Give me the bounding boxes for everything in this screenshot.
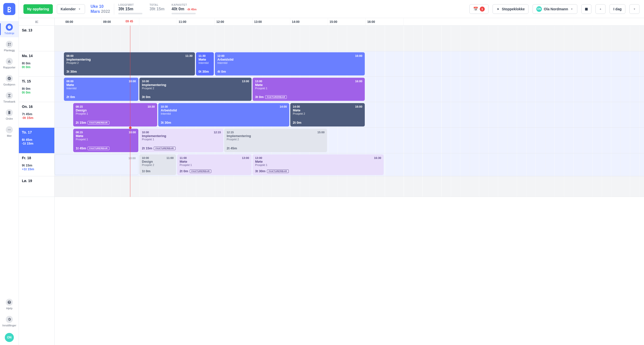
event-duration: 3t 30m — [66, 70, 77, 73]
day-header[interactable]: Fr. 189t 15m+1t 15m — [19, 153, 54, 176]
plan-icon — [6, 41, 13, 48]
nav-help[interactable]: Hjelp — [0, 296, 19, 312]
new-entry-button[interactable]: Ny oppføring — [23, 4, 53, 14]
nav-orders[interactable]: Ordre — [0, 107, 19, 123]
event-duration: 2t 0m FAKTURERBAR — [180, 169, 211, 173]
event-start: 08:00 — [66, 54, 192, 57]
event-subtitle: Prosjekt 1 — [255, 87, 362, 90]
day-delta: -0t 15m — [22, 116, 51, 120]
view-selector[interactable]: Kalender — [57, 4, 85, 14]
day-name: Sø. 13 — [22, 28, 51, 32]
nav-approve[interactable]: Godkjenn — [0, 72, 19, 89]
event-subtitle: Interntid — [161, 112, 287, 115]
event-start: 13:00 — [255, 80, 362, 83]
event-start: 12:15 — [227, 131, 325, 134]
event-start: 08:15 — [76, 105, 155, 108]
event-title: Arbeidstid — [217, 58, 362, 61]
event-duration: 2t 15m FAKTURERBAR — [142, 146, 176, 150]
nav-timebank[interactable]: Timebank — [0, 90, 19, 106]
row-header-corner[interactable] — [19, 18, 54, 26]
event-subtitle: Prosjekt 1 — [180, 163, 249, 166]
timebank-icon — [6, 92, 13, 99]
nav-timeline[interactable]: Tidslinje — [0, 21, 19, 37]
event-title: Møte — [198, 58, 211, 61]
timeline-row[interactable]: 10:0011:0010:00DesignProsjekt 21t 0m 13:… — [55, 153, 644, 176]
hour-label: 14:00 — [290, 18, 328, 25]
day-header[interactable]: To. 176t 45m-1t 15m — [19, 128, 54, 153]
event-duration: 3t 0m FAKTURERBAR — [255, 95, 287, 99]
event-end: 11:00 — [167, 156, 174, 159]
event-start: 14:00 — [293, 105, 362, 108]
timeline-event[interactable]: 11:3008:00ImplementeringProsjekt 23t 30m — [64, 52, 195, 75]
event-start: 11:00 — [180, 156, 249, 159]
event-subtitle: Prosjekt 2 — [293, 112, 362, 115]
day-header[interactable]: Sø. 13 — [19, 26, 54, 51]
day-header[interactable]: Ti. 158t 0m0t 0m — [19, 77, 54, 102]
day-header[interactable]: Ma. 148t 0m0t 0m — [19, 51, 54, 77]
svg-point-2 — [10, 130, 11, 130]
timeline-event[interactable]: 16:3013:00MøteProsjekt 13t 30m FAKTURERB… — [253, 154, 384, 175]
capacity-label: KAPASITET — [172, 4, 196, 6]
nav-label: Ordre — [6, 117, 13, 120]
timeline-event[interactable]: 10:0008:00MøteInterntid2t 0m — [64, 78, 138, 101]
timeline-event[interactable]: 11:0010:00DesignProsjekt 21t 0m — [139, 154, 176, 175]
event-end: 11:30 — [185, 54, 192, 57]
nav-label: Godkjenn — [3, 83, 15, 86]
timeline-row[interactable]: 10:0008:00MøteInterntid2t 0m 13:0010:00I… — [55, 77, 644, 102]
event-title: Møte — [180, 160, 249, 163]
event-title: Implementering — [227, 134, 325, 138]
timeline-event[interactable]: 16:0013:00MøteProsjekt 13t 0m FAKTURERBA… — [253, 78, 365, 101]
timeline-event[interactable]: 15:0012:15ImplementeringProsjekt 22t 45m — [224, 129, 327, 152]
day-sum: 8t 0m — [22, 61, 51, 65]
timeline-row[interactable]: 10:3008:15DesignProsjekt 12t 15m FAKTURE… — [55, 102, 644, 128]
app-logo[interactable] — [3, 3, 15, 15]
event-end: 16:00 — [355, 105, 362, 108]
logged-progress — [118, 13, 142, 14]
timeline-event[interactable]: 16:0014:00MøteProsjekt 22t 0m — [290, 103, 365, 126]
nav-label: Hjelp — [6, 307, 12, 310]
capacity-delta: -0t 45m — [187, 8, 197, 11]
timeline-event[interactable]: 13:0010:00ImplementeringProsjekt 23t 0m — [139, 78, 252, 101]
event-duration: 2t 15m FAKTURERBAR — [76, 121, 109, 124]
date-picker-button[interactable] — [581, 4, 591, 14]
next-button[interactable] — [629, 4, 639, 14]
timeline-row[interactable] — [55, 26, 644, 51]
nav-plan[interactable]: Planlegg — [0, 38, 19, 54]
timeline-event[interactable]: 10:3008:15DesignProsjekt 12t 15m FAKTURE… — [73, 103, 157, 126]
event-subtitle: Interntid — [198, 61, 211, 64]
timeline-event[interactable]: 11:30MøteInterntid0t 30m — [196, 52, 214, 75]
more-icon — [6, 126, 13, 133]
menu-icon — [35, 20, 39, 24]
calendar-sync-button[interactable]: 📅 1 — [469, 4, 489, 14]
stopwatch-button[interactable]: Stoppeklokke — [493, 4, 529, 14]
day-header[interactable]: On. 167t 45m-0t 15m — [19, 102, 54, 128]
timeline-grid[interactable]: 08:0009:0011:0012:0013:0014:0015:0016:00… — [55, 18, 644, 345]
user-avatar[interactable]: ON — [5, 333, 14, 342]
user-selector[interactable]: ON Ola Nordmann — [533, 4, 577, 14]
timeline-event[interactable]: 13:0011:00MøteProsjekt 12t 0m FAKTURERBA… — [177, 154, 252, 175]
day-sum: 6t 45m — [22, 138, 51, 142]
nav-reports[interactable]: Rapporter — [0, 55, 19, 71]
timeline-event[interactable]: 16:0012:00ArbeidstidInterntid4t 0m — [215, 52, 365, 75]
timeline-row[interactable]: 10:0008:15MøteProsjekt 11t 45m FAKTURERB… — [55, 128, 644, 153]
event-end: 13:00 — [242, 156, 249, 159]
nav-more[interactable]: Mer — [0, 124, 19, 140]
timeline-event[interactable]: 10:0008:15MøteProsjekt 11t 45m FAKTURERB… — [73, 129, 138, 152]
logged-value: 39t 15m — [118, 7, 142, 11]
now-indicator — [130, 26, 130, 197]
timeline-event[interactable]: 12:1510:00ImplementeringProsjekt 12t 15m… — [139, 129, 223, 152]
caret-down-icon — [78, 7, 81, 11]
today-button[interactable]: I dag — [610, 4, 625, 14]
nav-settings[interactable]: Innstillinger — [0, 313, 19, 329]
day-sum: 7t 45m — [22, 112, 51, 116]
day-header[interactable]: Lø. 19 — [19, 176, 54, 197]
timeline-row[interactable]: 11:3008:00ImplementeringProsjekt 23t 30m… — [55, 51, 644, 77]
prev-button[interactable] — [595, 4, 606, 14]
stats: LOGGFØRT 39t 15m TOTAL 39t 15m KAPASITET… — [118, 4, 196, 14]
timeline-row[interactable] — [55, 176, 644, 197]
billable-tag: FAKTURERBAR — [190, 169, 211, 173]
timeline-event[interactable]: 10:00 — [55, 154, 138, 175]
total-value: 39t 15m — [149, 7, 165, 11]
event-end: 16:00 — [355, 54, 362, 57]
timeline-event[interactable]: 14:0010:30ArbeidstidInterntid3t 30m — [158, 103, 289, 126]
